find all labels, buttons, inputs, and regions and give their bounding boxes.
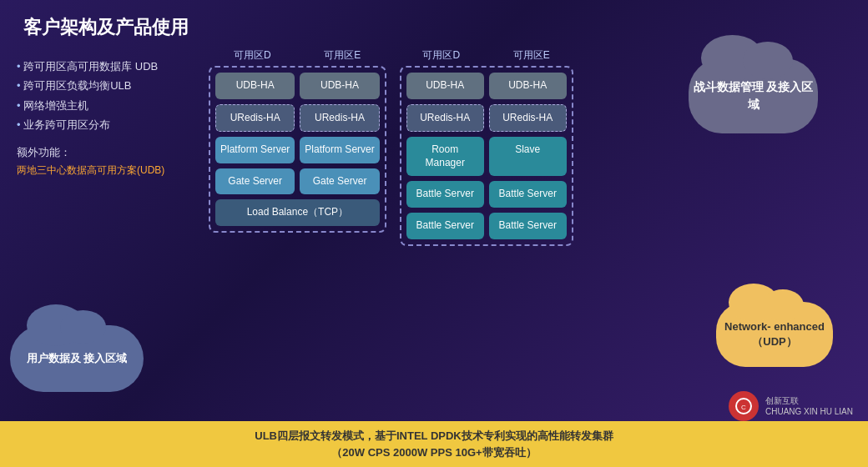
right-uredis-ha-e: URedis-HA — [489, 104, 567, 133]
cloud-network: Network- enhanced （UDP） — [716, 302, 833, 367]
feature-item-4: 业务跨可用区分布 — [17, 115, 200, 134]
company-tagline: CHUANG XIN HU LIAN — [765, 406, 853, 417]
right-zone-d-header: 可用区D — [400, 48, 483, 63]
right-battle-server-d2: Battle Server — [406, 213, 484, 239]
right-slave: Slave — [489, 137, 567, 176]
logo-area: C 创新互联 CHUANG XIN HU LIAN — [729, 391, 853, 421]
left-uredis-ha-e: URedis-HA — [300, 104, 379, 133]
left-platform-server-d: Platform Server — [215, 137, 295, 163]
left-udb-row: UDB-HA UDB-HA — [215, 73, 380, 99]
logo-text: 创新互联 CHUANG XIN HU LIAN — [765, 395, 853, 417]
left-dashed-container: UDB-HA UDB-HA URedis-HA URedis-HA Platfo… — [209, 66, 386, 233]
bottom-banner-line2: （20W CPS 2000W PPS 10G+带宽吞吐） — [17, 444, 851, 461]
bottom-banner: ULB四层报文转发模式，基于INTEL DPDK技术专利实现的高性能转发集群 （… — [0, 421, 868, 467]
left-platform-row: Platform Server Platform Server — [215, 137, 380, 163]
right-uredis-row: URedis-HA URedis-HA — [406, 104, 567, 133]
left-zone-headers: 可用区D 可用区E — [209, 48, 386, 63]
right-room-manager: Room Manager — [406, 137, 484, 176]
right-udb-ha-e: UDB-HA — [489, 73, 567, 99]
feature-item-3: 网络增强主机 — [17, 96, 200, 115]
cloud-left: 用户数据及 接入区域 — [10, 325, 144, 392]
feature-item-1: 跨可用区高可用数据库 UDB — [17, 57, 200, 76]
right-udb-ha-d: UDB-HA — [406, 73, 484, 99]
left-platform-server-e: Platform Server — [300, 137, 379, 163]
left-udb-ha-e: UDB-HA — [300, 73, 379, 99]
left-gate-row: Gate Server Gate Server — [215, 168, 380, 195]
right-battle-row2: Battle Server Battle Server — [406, 213, 567, 239]
left-load-balance: Load Balance（TCP） — [215, 199, 380, 226]
right-dashed-container: UDB-HA UDB-HA URedis-HA URedis-HA Room M… — [400, 66, 573, 246]
left-udb-ha-d: UDB-HA — [215, 73, 295, 99]
feature-list: 跨可用区高可用数据库 UDB 跨可用区负载均衡ULB 网络增强主机 业务跨可用区… — [17, 57, 200, 135]
left-uredis-row: URedis-HA URedis-HA — [215, 104, 380, 133]
bottom-banner-line1: ULB四层报文转发模式，基于INTEL DPDK技术专利实现的高性能转发集群 — [17, 428, 851, 444]
right-battle-server-d1: Battle Server — [406, 181, 484, 208]
logo-svg: C — [734, 397, 753, 415]
right-battle-server-e2: Battle Server — [489, 213, 567, 239]
right-room-row: Room Manager Slave — [406, 137, 567, 176]
right-zone-headers: 可用区D 可用区E — [400, 48, 573, 63]
right-battle-row1: Battle Server Battle Server — [406, 181, 567, 208]
left-panel: 跨可用区高可用数据库 UDB 跨可用区负载均衡ULB 网络增强主机 业务跨可用区… — [17, 48, 200, 246]
left-gate-server-e: Gate Server — [300, 168, 379, 195]
logo-icon: C — [729, 391, 759, 421]
right-cluster: 可用区D 可用区E UDB-HA UDB-HA URedis-HA URedis… — [400, 48, 573, 246]
left-zone-e-header: 可用区E — [300, 48, 384, 63]
cloud-right: 战斗数据管理 及接入区域 — [689, 58, 818, 133]
left-zone-d-header: 可用区D — [210, 48, 294, 63]
svg-text:C: C — [741, 404, 746, 411]
feature-item-2: 跨可用区负载均衡ULB — [17, 76, 200, 95]
right-battle-server-e1: Battle Server — [489, 181, 567, 208]
left-uredis-ha-d: URedis-HA — [215, 104, 295, 133]
extra-feature-link[interactable]: 两地三中心数据高可用方案(UDB) — [17, 163, 200, 178]
extra-feature-title: 额外功能： — [17, 145, 200, 160]
left-cluster: 可用区D 可用区E UDB-HA UDB-HA URedis-HA URedis… — [209, 48, 386, 246]
right-uredis-ha-d: URedis-HA — [406, 104, 484, 133]
left-gate-server-d: Gate Server — [215, 168, 295, 195]
right-udb-row: UDB-HA UDB-HA — [406, 73, 567, 99]
right-zone-e-header: 可用区E — [490, 48, 573, 63]
company-name: 创新互联 — [765, 395, 853, 406]
